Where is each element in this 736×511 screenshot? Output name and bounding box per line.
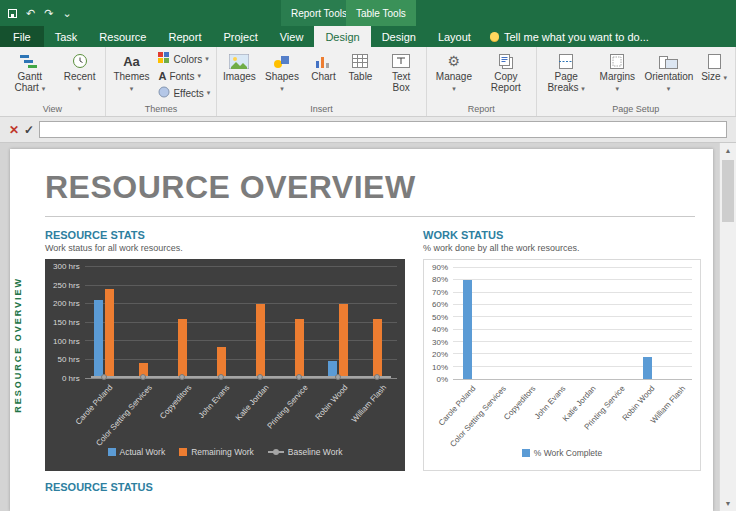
tab-project[interactable]: Project <box>212 26 268 47</box>
table-button[interactable]: Table <box>342 49 378 82</box>
lightbulb-icon <box>490 32 499 41</box>
titlebar: ↶ ↷ ⌄ Report Tools Table Tools <box>0 0 736 26</box>
dropdown-arrow-icon: ▾ <box>42 85 46 92</box>
copy-report-button[interactable]: Copy Report <box>479 49 533 93</box>
work-status-chart[interactable]: 90%80%70%60%50%40%30%20%10%0% Carole Pol… <box>423 259 701 471</box>
text-box-label: Text Box <box>383 71 418 93</box>
resource-stats-heading: RESOURCE STATS <box>45 229 405 241</box>
table-tools-contextual-tab: Table Tools <box>346 0 416 26</box>
chart-legend: Actual WorkRemaining WorkBaseline Work <box>53 443 397 461</box>
chart-legend: % Work Complete <box>432 444 692 462</box>
page-breaks-icon <box>559 51 573 71</box>
confirm-entry-icon[interactable]: ✓ <box>24 123 34 137</box>
chart-icon <box>315 51 331 71</box>
tab-resource[interactable]: Resource <box>88 26 157 47</box>
save-icon[interactable] <box>8 9 17 18</box>
dropdown-arrow-icon: ▾ <box>616 85 620 92</box>
recent-button[interactable]: Recent ▾ <box>58 49 102 94</box>
tab-layout[interactable]: Layout <box>427 26 482 47</box>
scrollbar-track[interactable] <box>720 158 736 496</box>
margins-button[interactable]: Margins ▾ <box>594 49 641 94</box>
margins-label: Margins <box>600 71 636 82</box>
manage-button[interactable]: ⚙ Manage ▾ <box>430 49 478 94</box>
table-icon <box>352 51 368 71</box>
tab-design-table-tools[interactable]: Design <box>371 26 427 47</box>
dropdown-arrow-icon: ▾ <box>197 72 201 80</box>
margins-icon <box>610 51 624 71</box>
orientation-label: Orientation <box>645 71 694 82</box>
orientation-button[interactable]: Orientation ▾ <box>642 49 695 94</box>
shapes-icon <box>273 51 291 71</box>
vertical-scrollbar[interactable]: ▲ ▼ <box>719 143 736 511</box>
tab-task[interactable]: Task <box>44 26 89 47</box>
undo-icon[interactable]: ↶ <box>26 8 35 19</box>
dropdown-arrow-icon: ▾ <box>207 89 211 97</box>
redo-icon[interactable]: ↷ <box>44 8 53 19</box>
canvas-background: RESOURCE OVERVIEW RESOURCE OVERVIEW RESO… <box>0 143 719 511</box>
dropdown-arrow-icon: ▾ <box>667 85 671 92</box>
chart-button[interactable]: Chart <box>305 49 341 82</box>
images-icon <box>229 51 249 71</box>
effects-icon <box>158 86 170 100</box>
cancel-entry-icon[interactable]: ✕ <box>9 123 19 137</box>
y-axis-labels: 300 hrs250 hrs200 hrs150 hrs100 hrs50 hr… <box>53 263 80 383</box>
report-sidebar-label: RESOURCE OVERVIEW <box>13 277 23 413</box>
dropdown-arrow-icon: ▾ <box>581 85 585 92</box>
tab-view[interactable]: View <box>269 26 315 47</box>
report-title[interactable]: RESOURCE OVERVIEW <box>45 169 695 206</box>
size-label: Size <box>701 71 720 82</box>
colors-button[interactable]: Colors ▾ <box>155 51 213 67</box>
copy-report-icon <box>498 51 514 71</box>
dropdown-arrow-icon: ▾ <box>723 74 727 81</box>
work-status-heading: WORK STATUS <box>423 229 701 241</box>
effects-button[interactable]: Effects ▾ <box>155 85 213 101</box>
orientation-icon <box>659 51 678 71</box>
ribbon-tab-bar: File Task Resource Report Project View D… <box>0 26 736 47</box>
report-canvas: RESOURCE OVERVIEW RESOURCE OVERVIEW RESO… <box>0 143 736 511</box>
manage-label: Manage <box>436 71 472 82</box>
ribbon-group-insert: Images Shapes ▾ Chart Table <box>217 47 426 116</box>
effects-label: Effects <box>173 88 203 99</box>
edit-bar-input[interactable] <box>39 121 727 138</box>
ribbon-group-themes: Aa Themes ▾ Colors ▾ A Fonts ▾ Effects ▾ <box>106 47 218 116</box>
fonts-label: Fonts <box>169 71 194 82</box>
page-breaks-button[interactable]: Page Breaks ▾ <box>540 49 593 94</box>
gantt-chart-label: Gantt Chart <box>14 71 42 93</box>
group-label-view: View <box>3 103 102 116</box>
images-button[interactable]: Images <box>220 49 258 82</box>
edit-bar: ✕ ✓ <box>0 117 736 143</box>
scroll-up-arrow[interactable]: ▲ <box>720 143 736 158</box>
x-axis-labels: Carole PolandColor Setting ServicesCopye… <box>85 379 397 443</box>
dropdown-arrow-icon: ▾ <box>205 55 209 63</box>
themes-button[interactable]: Aa Themes ▾ <box>109 49 155 94</box>
resource-stats-subtitle: Work status for all work resources. <box>45 243 405 253</box>
dropdown-arrow-icon: ▾ <box>280 85 284 92</box>
ribbon-group-report: ⚙ Manage ▾ Copy Report Report <box>427 47 537 116</box>
resource-stats-chart[interactable]: 300 hrs250 hrs200 hrs150 hrs100 hrs50 hr… <box>45 259 405 471</box>
ribbon-group-page-setup: Page Breaks ▾ Margins ▾ Orientation ▾ Si… <box>537 47 736 116</box>
tell-me-box[interactable]: Tell me what you want to do... <box>490 26 649 47</box>
images-label: Images <box>223 71 256 82</box>
scroll-down-arrow[interactable]: ▼ <box>720 496 736 511</box>
dropdown-arrow-icon: ▾ <box>130 85 134 92</box>
tab-design-report-tools[interactable]: Design <box>314 26 370 47</box>
customize-qat-icon[interactable]: ⌄ <box>62 8 71 19</box>
dropdown-arrow-icon: ▾ <box>78 85 82 92</box>
gantt-chart-button[interactable]: Gantt Chart ▾ <box>3 49 57 94</box>
quick-access-toolbar: ↶ ↷ ⌄ <box>8 8 72 19</box>
group-label-page-setup: Page Setup <box>540 103 732 116</box>
text-box-button[interactable]: Text Box <box>379 49 422 93</box>
colors-icon <box>158 52 170 66</box>
x-axis-labels: Carole PolandColor Setting ServicesCopye… <box>453 380 692 444</box>
size-icon <box>708 51 721 71</box>
scrollbar-thumb[interactable] <box>722 160 734 222</box>
tab-file[interactable]: File <box>0 26 44 47</box>
shapes-button[interactable]: Shapes ▾ <box>259 49 304 94</box>
tab-report[interactable]: Report <box>157 26 212 47</box>
report-page[interactable]: RESOURCE OVERVIEW RESOURCE OVERVIEW RESO… <box>10 149 713 511</box>
fonts-button[interactable]: A Fonts ▾ <box>155 68 213 84</box>
fonts-icon: A <box>158 71 166 82</box>
work-status-subtitle: % work done by all the work resources. <box>423 243 701 253</box>
ribbon-group-view: Gantt Chart ▾ Recent ▾ View <box>0 47 106 116</box>
size-button[interactable]: Size ▾ <box>696 49 732 83</box>
